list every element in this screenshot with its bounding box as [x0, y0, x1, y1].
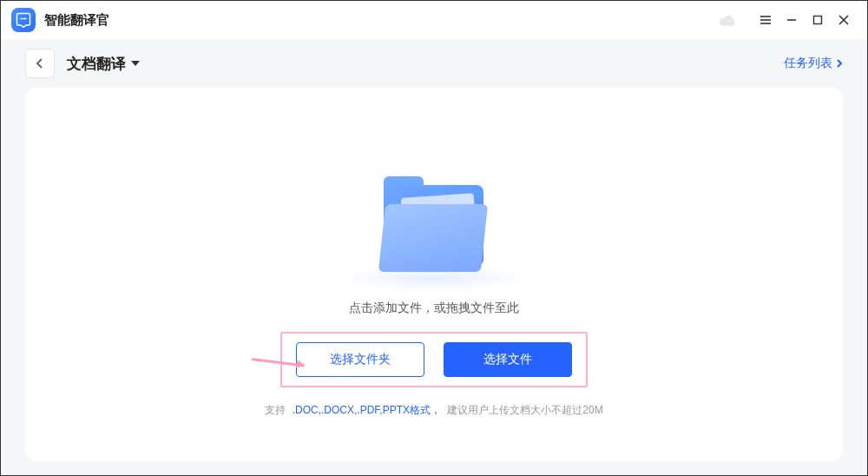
- close-button[interactable]: [831, 7, 857, 33]
- folder-icon: [347, 175, 521, 288]
- menu-button[interactable]: [753, 7, 779, 33]
- page-title-text: 文档翻译: [67, 54, 126, 74]
- select-file-button[interactable]: 选择文件: [444, 342, 572, 377]
- button-group-highlight: 选择文件夹 选择文件: [280, 332, 588, 387]
- support-hint: 支持 .DOC,.DOCX,.PDF,PPTX格式， 建议用户上传文档大小不超过…: [265, 403, 602, 418]
- chevron-down-icon: [131, 61, 140, 66]
- dropzone-hint: 点击添加文件，或拖拽文件至此: [349, 301, 519, 316]
- upload-dropzone[interactable]: 点击添加文件，或拖拽文件至此 选择文件夹 选择文件 支持 .DOC,.DOCX,…: [25, 88, 843, 461]
- select-folder-button[interactable]: 选择文件夹: [296, 342, 424, 377]
- app-title: 智能翻译官: [44, 12, 109, 29]
- page-title-dropdown[interactable]: 文档翻译: [67, 54, 140, 74]
- task-list-link[interactable]: 任务列表: [784, 56, 843, 71]
- app-logo: [11, 8, 36, 32]
- svg-rect-4: [814, 17, 822, 24]
- maximize-button[interactable]: [805, 7, 831, 33]
- cloud-icon: [718, 13, 737, 27]
- chevron-right-icon: [836, 58, 843, 69]
- minimize-button[interactable]: [779, 7, 805, 33]
- task-list-label: 任务列表: [784, 56, 832, 71]
- back-button[interactable]: [25, 49, 55, 78]
